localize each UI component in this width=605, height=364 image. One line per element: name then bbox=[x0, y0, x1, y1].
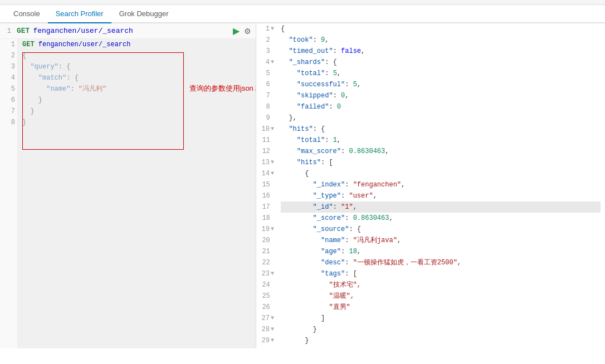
right-code-line: "total": 1, bbox=[281, 135, 601, 146]
right-code-content[interactable]: { "took": 9, "timed_out": false, "_shard… bbox=[276, 23, 605, 348]
right-code-line: "name": "冯凡利java", bbox=[281, 235, 601, 246]
right-code-line: "total": 5, bbox=[281, 68, 601, 79]
right-code-line: "_index": "fenganchen", bbox=[281, 179, 601, 190]
tab-grok-debugger[interactable]: Grok Debugger bbox=[111, 5, 177, 23]
tab-console[interactable]: Console bbox=[6, 5, 48, 23]
right-code-line: "_shards": { bbox=[281, 57, 601, 68]
settings-button[interactable]: ⚙ bbox=[242, 26, 253, 37]
main-content: 1 GET fenganchen/user/_search ▶ ⚙ 123456… bbox=[0, 23, 605, 348]
title-bar: Console Search Profiler Grok Debugger bbox=[0, 0, 605, 23]
right-code-line: "tags": [ bbox=[281, 268, 601, 279]
right-code-line: { bbox=[281, 23, 601, 35]
run-button[interactable]: ▶ bbox=[231, 24, 242, 37]
left-code-line: { bbox=[22, 50, 251, 61]
right-code-line: "age": 18, bbox=[281, 246, 601, 257]
line-num-1: 1 bbox=[2, 26, 13, 37]
right-code-area: 1▼2 3 4▼5 6 7 8 9 10▼11 12 13▼14▼15 16 1… bbox=[256, 23, 605, 348]
right-code-line: ] bbox=[281, 313, 601, 324]
right-code-line: "温暖", bbox=[281, 291, 601, 302]
right-code-line: } bbox=[281, 335, 601, 346]
left-code-line: "query": { bbox=[22, 61, 251, 72]
right-code-line: "max_score": 0.8630463, bbox=[281, 146, 601, 157]
right-code-line: }, bbox=[281, 112, 601, 124]
http-method: GET bbox=[17, 27, 30, 35]
right-code-line: "failed": 0 bbox=[281, 101, 601, 112]
right-code-line: "hits": [ bbox=[281, 157, 601, 168]
right-line-numbers: 1▼2 3 4▼5 6 7 8 9 10▼11 12 13▼14▼15 16 1… bbox=[256, 23, 276, 348]
left-code-line: "match": { bbox=[22, 72, 251, 83]
left-code-line: } bbox=[22, 117, 251, 128]
right-code-line: "_type": "user", bbox=[281, 190, 601, 201]
annotation-label: 查询的参数使用json 构造 bbox=[189, 83, 256, 94]
right-code-line: "_id": "1", bbox=[281, 201, 601, 213]
code-editor[interactable]: 12345678 GET fenganchen/user/_search{ "q… bbox=[0, 39, 256, 348]
right-code-line: "timed_out": false, bbox=[281, 46, 601, 57]
left-code-line: } bbox=[22, 106, 251, 117]
tab-search-profiler[interactable]: Search Profiler bbox=[48, 5, 111, 23]
right-code-line: "技术宅", bbox=[281, 279, 601, 291]
tab-bar: Console Search Profiler Grok Debugger bbox=[0, 5, 605, 23]
right-code-line: { bbox=[281, 168, 601, 179]
right-code-line: "直男" bbox=[281, 302, 601, 313]
right-code-line: "_source": { bbox=[281, 224, 601, 235]
right-code-line: ] bbox=[281, 346, 601, 348]
url-text: fenganchen/user/_search bbox=[33, 27, 133, 35]
right-code-line: } bbox=[281, 324, 601, 335]
line-numbers-left: 12345678 bbox=[0, 39, 18, 348]
left-panel: 1 GET fenganchen/user/_search ▶ ⚙ 123456… bbox=[0, 23, 256, 348]
right-code-line: "desc": "一顿操作猛如虎，一看工资2500", bbox=[281, 257, 601, 268]
right-code-line: "successful": 5, bbox=[281, 79, 601, 90]
right-code-line: "took": 9, bbox=[281, 35, 601, 46]
right-code-line: "hits": { bbox=[281, 124, 601, 135]
right-code-line: "skipped": 0, bbox=[281, 90, 601, 101]
editor-toolbar: 1 GET fenganchen/user/_search ▶ ⚙ bbox=[0, 23, 256, 39]
left-code-line: } bbox=[22, 95, 251, 106]
right-panel[interactable]: 1▼2 3 4▼5 6 7 8 9 10▼11 12 13▼14▼15 16 1… bbox=[256, 23, 605, 348]
left-code-line: GET fenganchen/user/_search bbox=[22, 39, 251, 50]
right-code-line: "_score": 0.8630463, bbox=[281, 213, 601, 224]
url-bar: 1 GET fenganchen/user/_search bbox=[2, 26, 231, 37]
